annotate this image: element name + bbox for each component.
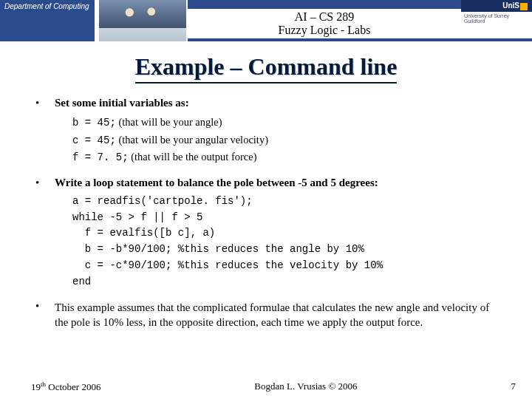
title-wrap: Example – Command line (0, 53, 532, 83)
code-line: a = readfis('cartpole. fis'); (72, 194, 497, 210)
logo-text: UniS (502, 1, 519, 10)
bullet-marker: • (35, 177, 55, 290)
department-block: Department of Computing (0, 0, 95, 41)
footer-page: 7 (511, 381, 516, 393)
code-line: while -5 > f || f > 5 (72, 210, 497, 226)
bullet-marker: • (35, 300, 55, 330)
content: • Set some initial variables as: b = 45;… (0, 83, 532, 399)
code-line: c = -c*90/100; %this reduces the velocit… (72, 258, 497, 274)
bullet-item: • This example assumes that the complica… (35, 300, 497, 330)
university-logo: UniS (461, 0, 532, 12)
course-subtitle: Fuzzy Logic - Labs (279, 24, 371, 37)
university-name: University of Surrey Guildford (461, 12, 532, 38)
bullet-marker: • (35, 97, 55, 166)
bullet-lead: Set some initial variables as: (55, 97, 497, 109)
slide: Department of Computing AI – CS 289 Fuzz… (0, 0, 532, 399)
code-line: b = 45; (that will be your angle) (72, 114, 497, 132)
bullet-paragraph: This example assumes that the complicate… (55, 300, 497, 330)
footer: 19th October 2006 Bogdan L. Vrusias © 20… (0, 381, 532, 393)
bullet-item: • Set some initial variables as: b = 45;… (35, 97, 497, 166)
header-logo-block: UniS University of Surrey Guildford (461, 0, 532, 41)
code-line: f = evalfis([b c], a) (72, 225, 497, 242)
code-line: f = 7. 5; (that will be the output force… (72, 149, 497, 166)
header: Department of Computing AI – CS 289 Fuzz… (0, 0, 532, 41)
footer-author: Bogdan L. Vrusias © 2006 (254, 381, 357, 393)
code-line: c = 45; (that will be your angular veloc… (72, 132, 497, 149)
bullet-lead: Write a loop statement to balance the po… (55, 177, 497, 189)
code-block: b = 45; (that will be your angle) c = 45… (72, 114, 497, 166)
course-code: AI – CS 289 (295, 10, 354, 24)
slide-title: Example – Command line (135, 53, 398, 83)
code-block: a = readfis('cartpole. fis'); while -5 >… (72, 194, 497, 290)
bullet-item: • Write a loop statement to balance the … (35, 177, 497, 290)
header-middle: AI – CS 289 Fuzzy Logic - Labs (188, 0, 461, 41)
code-line: b = -b*90/100; %this reduces the angle b… (72, 242, 497, 258)
header-photo (99, 0, 188, 41)
header-stripe-bottom (188, 38, 461, 41)
department-label: Department of Computing (4, 2, 89, 10)
header-stripe-top (188, 0, 461, 9)
footer-date: 19th October 2006 (31, 381, 100, 393)
header-stripe-right (461, 38, 532, 41)
logo-square-icon (520, 3, 528, 10)
header-title-block: AI – CS 289 Fuzzy Logic - Labs (188, 9, 461, 38)
code-line: end (72, 274, 497, 290)
